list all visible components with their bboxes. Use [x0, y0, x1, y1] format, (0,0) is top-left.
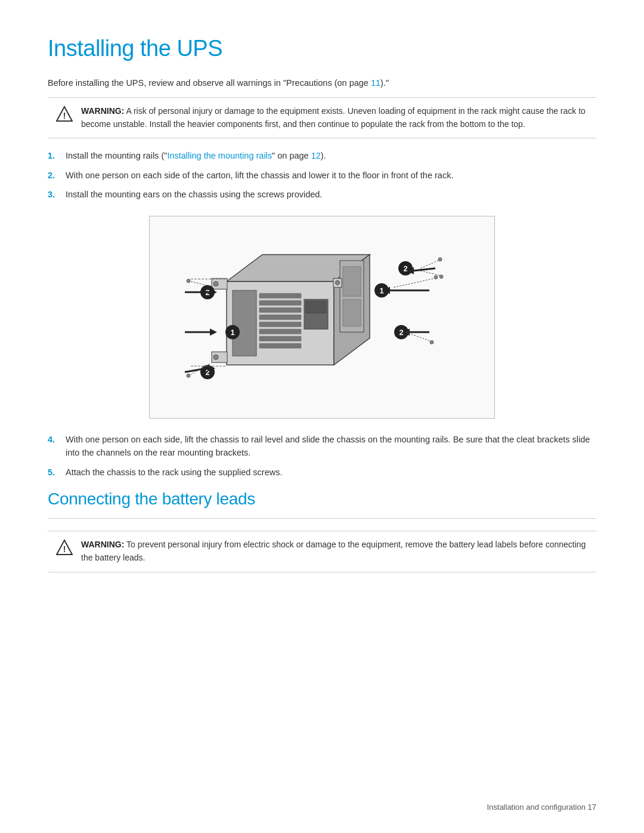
svg-rect-18: [343, 299, 361, 326]
svg-point-40: [187, 279, 190, 283]
warning-text-2: WARNING: To prevent personal injury from…: [81, 538, 588, 564]
svg-rect-17: [343, 267, 361, 296]
step-3-number: 3.: [48, 188, 66, 201]
step-5: 5. Attach the chassis to the rack using …: [48, 466, 596, 479]
warning-icon-2: !: [56, 539, 73, 556]
intro-text-after: ).": [380, 78, 389, 88]
svg-rect-9: [259, 315, 301, 320]
footer-text: Installation and configuration 17: [487, 803, 596, 812]
warning-icon-1: !: [56, 106, 73, 122]
intro-text-before: Before installing the UPS, review and ob…: [48, 78, 371, 88]
svg-rect-10: [259, 322, 301, 327]
step-4-number: 4.: [48, 433, 66, 446]
svg-line-51: [420, 271, 440, 275]
svg-rect-6: [259, 293, 301, 298]
warning-content-2: To prevent personal injury from electric…: [81, 540, 586, 562]
svg-point-22: [213, 355, 218, 360]
page-footer: Installation and configuration 17: [487, 803, 596, 812]
svg-text:1: 1: [230, 328, 234, 337]
warning-label-1: WARNING:: [81, 106, 124, 116]
warning-label-2: WARNING:: [81, 540, 124, 549]
step-2-number: 2.: [48, 169, 66, 182]
ups-diagram: 1 2 2 1 2 2: [149, 216, 495, 419]
svg-text:1: 1: [379, 286, 383, 295]
warning-box-1: ! WARNING: A risk of personal injury or …: [48, 97, 596, 138]
step-4: 4. With one person on each side, lift th…: [48, 433, 596, 460]
step-5-text: Attach the chassis to the rack using the…: [66, 466, 596, 479]
step-3-text: Install the mounting ears on the chassis…: [66, 188, 596, 201]
svg-point-56: [434, 275, 438, 279]
step-1-text-end: ).: [321, 151, 326, 160]
warning-text-1: WARNING: A risk of personal injury or da…: [81, 105, 588, 131]
svg-point-24: [336, 280, 340, 284]
svg-rect-8: [259, 308, 301, 312]
svg-line-59: [405, 332, 431, 341]
svg-point-20: [213, 281, 218, 286]
step-1-text: Install the mounting rails ("Installing …: [66, 149, 596, 162]
steps-list: 1. Install the mounting rails ("Installi…: [48, 149, 596, 201]
warning-box-2: ! WARNING: To prevent personal injury fr…: [48, 531, 596, 572]
step-1-text-before: Install the mounting rails (": [66, 151, 167, 160]
step-1-link[interactable]: Installing the mounting rails: [167, 151, 272, 160]
section-divider: [48, 518, 596, 519]
step-1-number: 1.: [48, 149, 66, 162]
step-1-page-link[interactable]: 12: [311, 151, 321, 160]
svg-rect-7: [259, 301, 301, 305]
svg-text:2: 2: [403, 264, 407, 273]
warning-content-1: A risk of personal injury or damage to t…: [81, 106, 586, 129]
svg-text:!: !: [63, 544, 66, 554]
svg-line-49: [420, 261, 438, 268]
intro-link[interactable]: 11: [371, 78, 380, 88]
svg-rect-13: [259, 343, 301, 348]
page-title: Installing the UPS: [48, 36, 596, 61]
step-1-text-after: " on page: [272, 151, 311, 160]
svg-text:!: !: [63, 111, 66, 120]
svg-point-60: [430, 340, 434, 344]
svg-point-50: [438, 258, 442, 261]
svg-rect-15: [306, 301, 326, 313]
svg-rect-11: [259, 329, 301, 334]
svg-rect-12: [259, 336, 301, 341]
step-1: 1. Install the mounting rails ("Installi…: [48, 149, 596, 162]
step-5-number: 5.: [48, 466, 66, 479]
section-2-title: Connecting the battery leads: [48, 490, 596, 509]
svg-text:2: 2: [399, 328, 403, 337]
steps-list-2: 4. With one person on each side, lift th…: [48, 433, 596, 479]
svg-point-52: [439, 275, 443, 278]
step-4-text: With one person on each side, lift the c…: [66, 433, 596, 460]
step-3: 3. Install the mounting ears on the chas…: [48, 188, 596, 201]
ups-diagram-svg: 1 2 2 1 2 2: [155, 222, 489, 413]
svg-point-46: [187, 374, 190, 377]
svg-line-47: [414, 268, 435, 271]
svg-line-55: [394, 278, 434, 287]
step-2-text: With one person on each side of the cart…: [66, 169, 596, 182]
svg-rect-5: [233, 290, 256, 356]
intro-paragraph: Before installing the UPS, review and ob…: [48, 78, 596, 88]
step-2: 2. With one person on each side of the c…: [48, 169, 596, 182]
svg-marker-42: [210, 329, 217, 336]
